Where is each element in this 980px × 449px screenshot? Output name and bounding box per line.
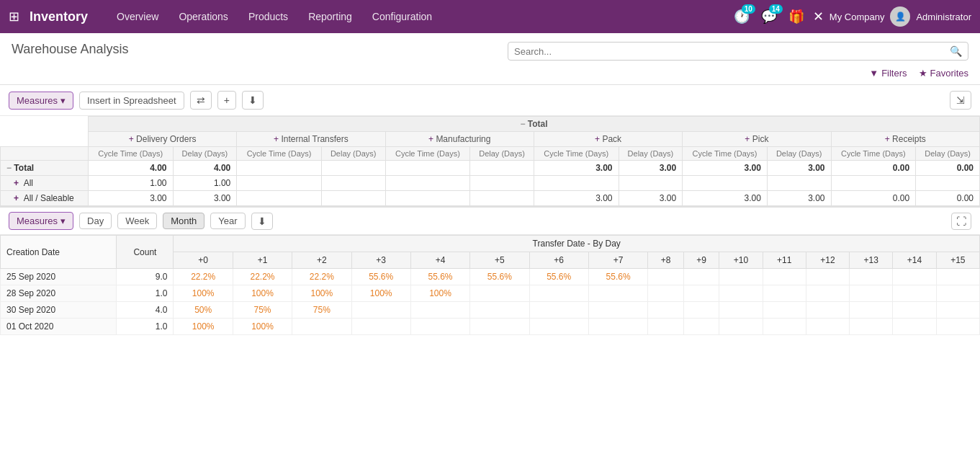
expand-all-icon[interactable]: +: [14, 178, 19, 188]
cohort-body: 25 Sep 20209.022.2%22.2%22.2%55.6%55.6%5…: [1, 269, 980, 335]
filter-icon: ▼: [869, 68, 878, 79]
grid-icon[interactable]: ⊞: [9, 9, 19, 25]
cohort-measures-dropdown-icon: ▾: [60, 215, 66, 226]
cohort-col-header-12: +12: [806, 252, 849, 269]
pivot-all-row: + All 1.00 1.00: [1, 176, 980, 191]
col-pick: + Pick: [683, 132, 831, 147]
cohort-row: 28 Sep 20201.0100%100%100%100%100%: [1, 285, 980, 302]
insert-spreadsheet-button[interactable]: Insert in Spreadsheet: [79, 92, 184, 110]
col-receipts: + Receipts: [831, 132, 979, 147]
cohort-col-header-4: +4: [410, 252, 469, 269]
menu-operations[interactable]: Operations: [170, 6, 236, 27]
top-right-controls: 🕐 10 💬 14 🎁 ✕ My Company 👤 Administrator: [731, 6, 971, 27]
cohort-toolbar: Measures ▾ Day Week Month Year ⬇ ⛶: [0, 208, 980, 235]
pivot-saleable-row: + All / Saleable 3.00 3.00 3.00 3.00 3.0…: [1, 191, 980, 206]
cohort-col-header-2: +2: [292, 252, 351, 269]
cohort-col-header-5: +5: [470, 252, 529, 269]
pivot-table: − Total + Delivery Orders + Internal Tra…: [0, 116, 980, 206]
activity-button[interactable]: 🕐 10: [731, 6, 752, 27]
search-icon: 🔍: [950, 45, 962, 57]
cohort-section: Measures ▾ Day Week Month Year ⬇ ⛶ Creat…: [0, 208, 980, 449]
menu-configuration[interactable]: Configuration: [364, 6, 441, 27]
pivot-toolbar: Measures ▾ Insert in Spreadsheet ⇄ + ⬇ ⇲: [0, 85, 980, 116]
week-period-button[interactable]: Week: [117, 213, 157, 229]
expand-saleable-icon[interactable]: +: [14, 193, 19, 203]
page-content: Warehouse Analysis 🔍 ▼ Filters ★ Favorit…: [0, 33, 980, 449]
collapse-total-icon[interactable]: −: [520, 119, 525, 129]
collapse-row-icon[interactable]: −: [6, 163, 12, 173]
cohort-row: 25 Sep 20209.022.2%22.2%22.2%55.6%55.6%5…: [1, 269, 980, 285]
year-period-button[interactable]: Year: [210, 213, 245, 229]
cohort-col-header-10: +10: [719, 252, 763, 269]
top-menu: Overview Operations Products Reporting C…: [108, 6, 725, 27]
creation-date-header: Creation Date: [1, 236, 117, 269]
cohort-row: 30 Sep 20204.050%75%75%: [1, 302, 980, 319]
cohort-col-header-6: +6: [529, 252, 588, 269]
cohort-col-header-11: +11: [763, 252, 806, 269]
col-manufacturing: + Manufacturing: [385, 132, 534, 147]
menu-overview[interactable]: Overview: [108, 6, 167, 27]
count-header: Count: [117, 236, 174, 269]
pivot-table-scroll[interactable]: − Total + Delivery Orders + Internal Tra…: [0, 116, 980, 206]
cohort-col-header-13: +13: [850, 252, 893, 269]
admin-name[interactable]: Administrator: [916, 12, 971, 22]
measures-button[interactable]: Measures ▾: [9, 92, 73, 110]
top-navigation: ⊞ Inventory Overview Operations Products…: [0, 0, 980, 33]
pivot-section: Measures ▾ Insert in Spreadsheet ⇄ + ⬇ ⇲…: [0, 85, 980, 208]
gift-button[interactable]: 🎁: [786, 6, 807, 27]
col-internal-transfers: + Internal Transfers: [237, 132, 385, 147]
messages-badge: 14: [769, 4, 783, 14]
cohort-measures-button[interactable]: Measures ▾: [9, 212, 73, 230]
month-period-button[interactable]: Month: [163, 213, 204, 229]
cohort-col-header-8: +8: [648, 252, 684, 269]
pivot-collapse-button[interactable]: ⇲: [950, 91, 971, 110]
cohort-col-header-15: +15: [936, 252, 979, 269]
cohort-col-header-3: +3: [351, 252, 410, 269]
transfer-date-header: Transfer Date - By Day: [174, 236, 980, 252]
pivot-total-row: − Total 4.00 4.00 3.00 3.00 3.00 3.00: [1, 161, 980, 176]
filters-button[interactable]: ▼ Filters: [869, 68, 907, 79]
expand-cohort-button[interactable]: ⛶: [951, 213, 971, 230]
cohort-col-header-9: +9: [683, 252, 719, 269]
search-area: 🔍 ▼ Filters ★ Favorites: [508, 42, 968, 81]
day-period-button[interactable]: Day: [79, 213, 112, 229]
close-icon[interactable]: ✕: [813, 9, 824, 25]
col-delivery-orders: + Delivery Orders: [88, 132, 236, 147]
search-input[interactable]: [514, 46, 950, 57]
gift-icon: 🎁: [788, 9, 804, 24]
download-pivot-button[interactable]: ⬇: [242, 91, 264, 110]
favorites-button[interactable]: ★ Favorites: [919, 68, 968, 79]
avatar[interactable]: 👤: [890, 6, 910, 27]
cohort-col-header-14: +14: [893, 252, 936, 269]
total-header: − Total: [88, 117, 979, 132]
messages-button[interactable]: 💬 14: [758, 6, 780, 27]
col-pack: + Pack: [534, 132, 682, 147]
download-cohort-button[interactable]: ⬇: [251, 213, 273, 230]
page-title: Warehouse Analysis: [12, 42, 508, 57]
cohort-col-header-1: +1: [233, 252, 292, 269]
search-bar: 🔍: [508, 42, 968, 61]
filter-bar: ▼ Filters ★ Favorites: [869, 65, 968, 81]
company-name[interactable]: My Company: [830, 12, 885, 22]
menu-reporting[interactable]: Reporting: [300, 6, 361, 27]
app-name: Inventory: [30, 9, 88, 25]
cohort-col-header-7: +7: [588, 252, 647, 269]
activity-badge: 10: [742, 4, 755, 14]
cohort-content[interactable]: Creation Date Count Transfer Date - By D…: [0, 235, 980, 335]
menu-products[interactable]: Products: [240, 6, 297, 27]
cohort-table: Creation Date Count Transfer Date - By D…: [0, 235, 980, 335]
avatar-icon: 👤: [895, 12, 906, 22]
page-header: Warehouse Analysis 🔍 ▼ Filters ★ Favorit…: [0, 33, 980, 85]
cohort-row: 01 Oct 20201.0100%100%: [1, 319, 980, 335]
swap-icon-button[interactable]: ⇄: [190, 91, 212, 110]
add-icon-button[interactable]: +: [217, 91, 236, 110]
dropdown-icon: ▾: [60, 95, 66, 106]
star-icon: ★: [919, 68, 927, 79]
cohort-col-header-0: +0: [174, 252, 233, 269]
